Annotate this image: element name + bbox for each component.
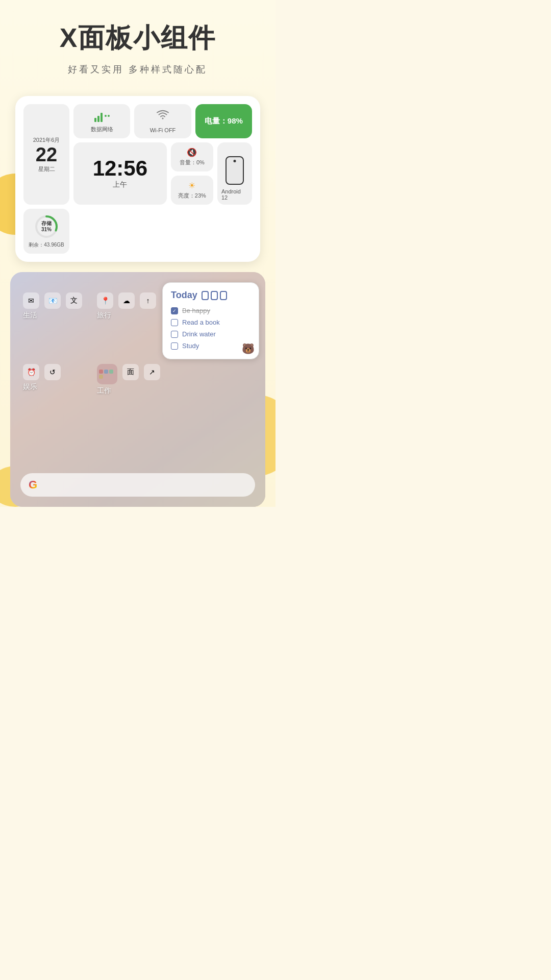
- life-icon-1[interactable]: ✉: [23, 292, 39, 309]
- wifi-label: Wi-Fi OFF: [150, 127, 176, 133]
- ent-icon-2[interactable]: ↺: [44, 364, 61, 380]
- work-folder[interactable]: [97, 364, 117, 384]
- todo-item-text-2: Read a book: [182, 318, 220, 326]
- todo-checkbox-4[interactable]: [171, 342, 178, 350]
- volume-cell[interactable]: 🔇 音量：0%: [171, 142, 213, 172]
- android-label: Android 12: [221, 188, 248, 201]
- main-title: X面板小组件: [60, 20, 216, 56]
- todo-item-text-3: Drink water: [182, 330, 216, 338]
- clock-period: 上午: [113, 180, 127, 189]
- work-group-label: 工作: [97, 386, 160, 396]
- travel-group: 📍 ☁ ↑ 旅行: [97, 292, 156, 320]
- life-icon-3[interactable]: 文: [66, 292, 82, 309]
- todo-widget: Today ✓ Be happy Read a book: [162, 282, 259, 359]
- clock-cell: 12:56 上午: [73, 142, 167, 205]
- life-icon-2[interactable]: 📧: [44, 292, 61, 309]
- work-group: 面 ↗ 工作: [97, 364, 160, 396]
- storage-cell: 存储 31% 剩余：43.96GB: [23, 209, 69, 254]
- battery-label: 电量：98%: [205, 116, 243, 126]
- date-cell: 2021年6月 22 星期二: [23, 104, 69, 205]
- life-group: ✉ 📧 文 生活: [23, 292, 82, 320]
- date-day: 22: [36, 145, 57, 164]
- travel-group-label: 旅行: [97, 311, 156, 320]
- travel-icon-1[interactable]: 📍: [97, 292, 113, 309]
- google-logo: G: [29, 478, 37, 492]
- todo-checkbox-2[interactable]: [171, 319, 178, 326]
- svg-point-0: [162, 118, 163, 119]
- todo-checkbox-3[interactable]: [171, 331, 178, 338]
- todo-ring-1: [202, 291, 209, 300]
- todo-item-4[interactable]: Study: [171, 340, 251, 352]
- google-search-bar[interactable]: G: [20, 473, 255, 497]
- todo-item-1[interactable]: ✓ Be happy: [171, 305, 251, 316]
- todo-item-2[interactable]: Read a book: [171, 316, 251, 328]
- volume-label: 音量：0%: [180, 159, 205, 166]
- subtitle: 好看又实用 多种样式随心配: [10, 63, 265, 76]
- page-wrapper: X面板小组件 好看又实用 多种样式随心配 2021年6月 22 星期二: [0, 0, 276, 507]
- header: X面板小组件 好看又实用 多种样式随心配: [0, 0, 276, 81]
- work-icon-3[interactable]: ↗: [144, 364, 160, 380]
- todo-item-text-1: Be happy: [182, 307, 210, 314]
- todo-item-text-4: Study: [182, 342, 199, 350]
- brightness-cell[interactable]: ☀ 亮度：23%: [171, 176, 213, 205]
- data-network-label: 数据网络: [91, 126, 113, 133]
- date-weekday: 星期二: [38, 165, 55, 173]
- todo-item-3[interactable]: Drink water: [171, 328, 251, 340]
- clock-time: 12:56: [93, 158, 147, 179]
- work-icon-2[interactable]: 面: [122, 364, 139, 380]
- data-network-cell[interactable]: 数据网络: [73, 104, 130, 138]
- entertainment-group-label: 娱乐: [23, 382, 61, 391]
- android-cell: Android 12: [217, 142, 252, 205]
- ent-icon-1[interactable]: ⏰: [23, 364, 39, 380]
- entertainment-group: ⏰ ↺ 娱乐: [23, 364, 61, 391]
- life-group-label: 生活: [23, 311, 82, 320]
- battery-cell[interactable]: 电量：98%: [195, 104, 252, 138]
- date-year-month: 2021年6月: [33, 136, 60, 144]
- phone-screenshot: ✉ 📧 文 生活 📍 ☁ ↑ 旅行 ⏰ ↺: [10, 272, 265, 507]
- todo-checkbox-1[interactable]: ✓: [171, 307, 178, 314]
- travel-icon-2[interactable]: ☁: [118, 292, 135, 309]
- todo-rings: [202, 291, 227, 300]
- storage-remain: 剩余：43.96GB: [29, 241, 64, 249]
- control-panel-widget: 2021年6月 22 星期二: [15, 96, 260, 262]
- todo-header: Today: [171, 290, 251, 301]
- brightness-label: 亮度：23%: [178, 192, 206, 200]
- todo-title: Today: [171, 290, 197, 301]
- storage-percent: 31%: [41, 227, 52, 232]
- travel-icon-3[interactable]: ↑: [140, 292, 156, 309]
- todo-ring-2: [211, 291, 218, 300]
- storage-label: 存储: [41, 220, 52, 226]
- wifi-cell[interactable]: Wi-Fi OFF: [134, 104, 191, 138]
- todo-bear-decoration: 🐻: [242, 342, 255, 355]
- todo-ring-3: [220, 291, 227, 300]
